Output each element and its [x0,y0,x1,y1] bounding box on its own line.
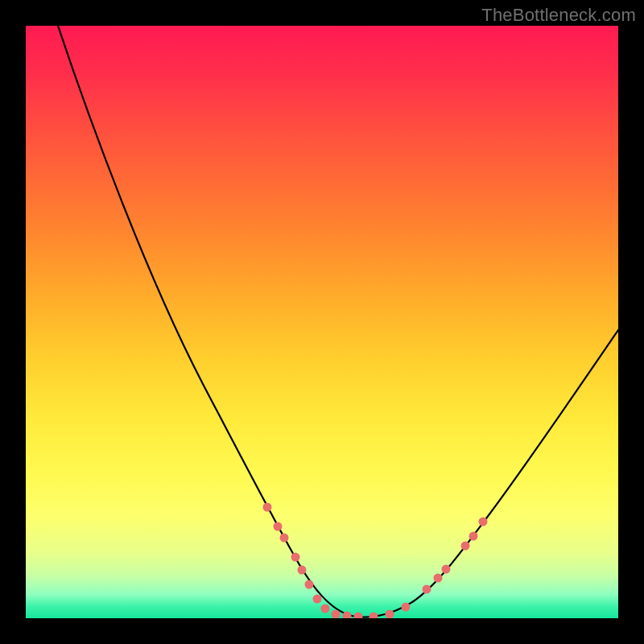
svg-point-9 [298,566,307,575]
svg-point-18 [402,603,411,612]
svg-point-22 [461,542,470,551]
svg-point-8 [291,553,300,562]
svg-point-6 [274,522,283,531]
watermark-label: TheBottleneck.com [481,5,636,26]
svg-point-7 [280,534,289,543]
plot-area [26,26,618,618]
svg-point-11 [313,595,322,604]
chart-frame: TheBottleneck.com [0,0,644,644]
svg-point-24 [479,518,488,526]
curve-svg [26,26,618,618]
svg-point-20 [434,574,443,583]
svg-point-12 [321,605,330,613]
bottleneck-curve [58,26,618,617]
svg-point-5 [263,503,272,512]
svg-point-17 [386,610,394,619]
svg-point-10 [305,580,314,589]
svg-point-23 [469,532,478,541]
svg-point-16 [369,613,378,619]
svg-point-15 [354,613,363,619]
svg-point-19 [423,585,431,594]
marker-segments [283,532,477,617]
svg-point-21 [442,565,451,574]
svg-point-13 [332,610,341,619]
